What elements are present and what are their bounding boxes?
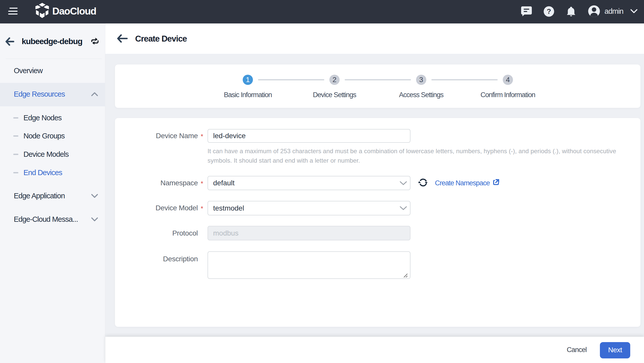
- svg-text:?: ?: [547, 7, 551, 15]
